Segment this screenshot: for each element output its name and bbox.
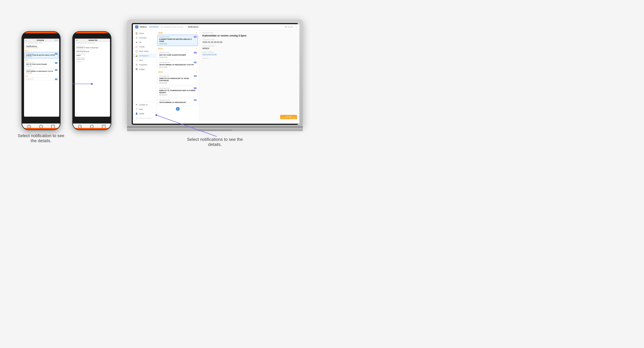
detail-desc-value: Kabinettdør er nesten umulig å åpne [202, 34, 296, 37]
phone1-notif-1-date: 26.02.2020 [26, 56, 57, 57]
notif-card-1[interactable]: 000400077551 KABINETTDØR ER NESTEN UMULI… [158, 35, 198, 46]
phone1-notif-4[interactable]: 000400061077 M2 [25, 77, 58, 81]
notif-card-2-badge: M2 [194, 52, 196, 53]
phone1-year-2019[interactable]: 2019 ∨ [25, 59, 58, 61]
year-2019-label: 2019 [158, 48, 162, 50]
phone2-wc-value: MIMEK [76, 55, 108, 56]
phone1-bottom-nav: ◁ ○ □ [22, 124, 60, 130]
phone1-subtitle: OIL TRANSFER PUMP B (K310) [24, 42, 59, 44]
overview-icon: ◎ [135, 37, 138, 39]
notif-card-5[interactable]: 000400060455 DØRLÅS TIL PUMPEHOOD NDE AV… [158, 86, 198, 97]
phone2-back-btn[interactable]: ◁ [78, 125, 82, 128]
notifications-list-panel: 2020 ∨ 000400077551 KABINETTDØR ER NESTE… [156, 30, 199, 122]
year-2019-chevron: ∨ [196, 48, 197, 49]
sidebar-item-properties[interactable]: ⊟ Properties [133, 62, 156, 67]
detail-status-value: - [202, 60, 296, 62]
phone1-home-btn[interactable]: ○ [39, 125, 43, 128]
notif-card-3-badge: M3 [194, 62, 196, 63]
load-more-icon[interactable]: + [176, 107, 180, 111]
phone2-status-bar: ⬅ 000400077551 [75, 39, 110, 42]
year-header-2020[interactable]: 2020 ∨ [158, 31, 198, 35]
phone1-recent-btn[interactable]: □ [51, 125, 55, 128]
profile-icon: 👤 [135, 113, 138, 115]
notif-card-3[interactable]: 000400063783 TESTKJØRING AV REDUNDANT UT… [158, 60, 198, 69]
laptop-screen: I INFIELD 21PA0001B OIL TRANSFER PUMP B … [133, 24, 299, 124]
app-brand: INFIELD [140, 26, 147, 28]
phone2-bottom-nav: ◁ ○ □ [73, 124, 111, 130]
phone2-wo-value[interactable]: 00020033295 [76, 59, 108, 60]
phone2-desc-value: Kabinettdår er nesten umulig å åpne [76, 47, 108, 48]
search-icon: 🔍 [285, 26, 287, 28]
year-2018-label: 2018 [158, 71, 162, 73]
detail-date-value: 2020-02-26 00:00:00 [202, 41, 296, 43]
last-data-badge: Last Data Received 7 Hours Ago [280, 115, 297, 119]
sidebar-item-images[interactable]: 🖼 Images [133, 67, 156, 71]
phone1-notif-2[interactable]: 000400071840 HØY OP OVER SUGESTRAINER 15… [25, 61, 58, 67]
docs-icon: 📄 [135, 59, 138, 61]
contact-icon: ✉ [135, 104, 138, 106]
phone1-container: ≡ 21PA0001B 🔍 ✕ OIL TRANSFER PUMP B (K31… [16, 31, 66, 143]
sidebar-item-home[interactable]: 🏠 Home [133, 31, 156, 35]
phone1-back-btn[interactable]: ◁ [27, 125, 31, 128]
sidebar-contact-label: Contact us [139, 104, 148, 106]
year-header-2019[interactable]: 2019 ∨ [158, 47, 198, 50]
detail-wo-link[interactable]: 000200033295 [202, 53, 296, 56]
phone2-wc-label: WORK CENTER [76, 53, 108, 55]
last-data-label: Last Data [282, 116, 296, 117]
phone2-home-btn[interactable]: ○ [90, 125, 94, 128]
sidebar-home-label: Home [139, 32, 144, 34]
phone1-notif-4-badge: M2 [55, 78, 58, 80]
phone2-status-label: STATUS [76, 61, 108, 62]
notif-card-1-badge: M2 [194, 36, 196, 38]
detail-wo-label: WORK ORDER [202, 51, 296, 53]
close-icon[interactable]: ✕ [296, 26, 297, 28]
sidebar-item-workorders[interactable]: 📋 Work orders [133, 49, 156, 53]
phone1-notif-3-date: 04.01.2019 [26, 72, 57, 74]
phone2-desc-label: DESCRIPTION [76, 46, 108, 47]
sidebar-item-trends[interactable]: 📈 Trends [133, 44, 156, 49]
phone1-icons: 🔍 ✕ [54, 39, 58, 41]
phone1-year-2020[interactable]: 2020 ∨ [25, 50, 58, 52]
app-logo-icon: I [135, 25, 138, 28]
home-icon: 🏠 [135, 32, 138, 34]
breadcrumb1-sub: OIL TRANSFER PUMP B (K310) [160, 26, 183, 28]
notif-card-4[interactable]: 000400061227 DØRLÅS OG HENGSLER TIL HOOD… [158, 74, 198, 85]
phone2-recent-btn[interactable]: □ [102, 125, 106, 128]
notif-card-5-date: 16.09.2018 [159, 94, 196, 96]
sidebar-item-help[interactable]: ? Help [133, 107, 156, 111]
breadcrumb-current: Notifications [188, 26, 198, 28]
sidebar-item-overview[interactable]: ◎ Overview [133, 35, 156, 40]
sidebar-item-docs[interactable]: 📄 Docs [133, 58, 156, 62]
phone1-time: ≡ [26, 40, 26, 41]
app-search[interactable]: 🔍 Search... ✕ [285, 26, 297, 28]
breadcrumb-item1[interactable]: 21PA0001B [149, 26, 158, 28]
sidebar-3d-label: 3D [139, 41, 142, 43]
sidebar-item-3d[interactable]: ◈ 3D [133, 40, 156, 44]
sidebar-trends-label: Trends [139, 46, 144, 48]
3d-icon: ◈ [135, 41, 138, 43]
breadcrumb-sep: > [185, 26, 186, 28]
phone1-notif-3-badge: M2 [55, 69, 58, 71]
notif-card-6-id: 000400050126 [159, 99, 196, 101]
year-header-2018[interactable]: 2018 ∨ [158, 70, 198, 74]
phone1-notif-1[interactable]: 000400077551 KABINETTDØR ER NESTEN UMUIG… [25, 52, 58, 58]
load-more-btn[interactable]: + [158, 107, 198, 111]
images-icon: 🖼 [135, 68, 138, 70]
phone1-notif-3[interactable]: 000400063783 TESTKJØRING AV REDUNDANT UT… [25, 68, 58, 74]
sidebar-item-notifications[interactable]: 🔔 Notifications [133, 53, 156, 58]
phone2-notif-id: 000400077551 [88, 40, 98, 41]
phone1-notif-2-id: 000400071840 [26, 62, 57, 63]
sidebar-item-contact[interactable]: ✉ Contact us [133, 102, 156, 107]
phone1-notif-2-date: 15.09.2019 [26, 66, 57, 67]
sidebar-item-profile[interactable]: 👤 Profile [133, 111, 156, 116]
trends-icon: 📈 [135, 46, 138, 48]
notif-card-1-date: 26.02.2020 [159, 43, 196, 45]
phone1-status-bar: ≡ 21PA0001B 🔍 ✕ [24, 39, 59, 42]
phone1-notif-2-title: HØY OP OVER SUGESTRAINER [26, 64, 57, 65]
notif-card-2[interactable]: 000400071840 HØY DP OVER SUGESTRAINER 15… [158, 50, 198, 60]
app-sidebar: 🏠 Home ◎ Overview ◈ 3D 📈 [133, 30, 156, 122]
detail-status-label: STATUS [202, 58, 296, 59]
notif-card-6[interactable]: 000400050126 TESTKJØRING AV REDUNDANT M3 [158, 98, 198, 105]
notif-card-3-title: TESTKJØRING AV REDUNDANT UTSTYR [159, 64, 196, 66]
phone1-year-2018[interactable]: 2018 ∨ [25, 75, 58, 77]
